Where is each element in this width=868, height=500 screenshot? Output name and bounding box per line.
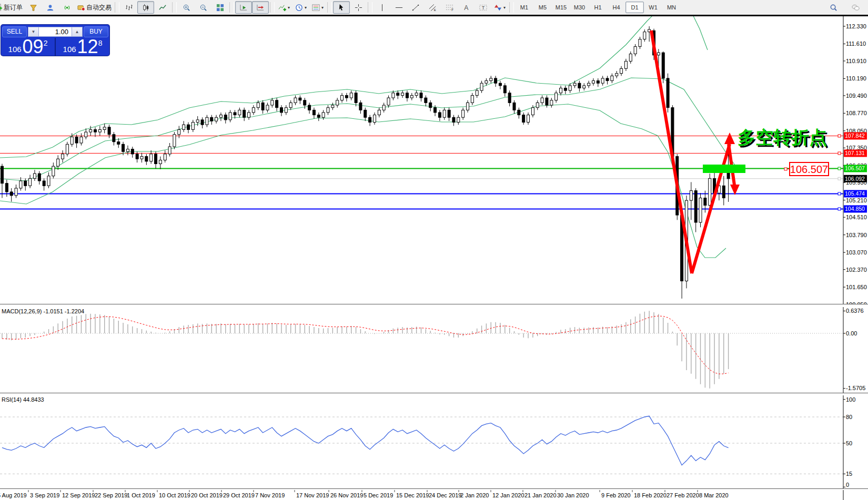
vertical-line-button[interactable] — [374, 1, 390, 14]
candle-body — [191, 123, 194, 130]
channel-button[interactable]: E — [424, 1, 441, 14]
bar-chart-button[interactable] — [120, 1, 137, 14]
timeframe-m5-button[interactable]: M5 — [533, 2, 552, 13]
macd-indicator-panel[interactable]: 0.63760.00-1.5705MACD(12,26,9) -1.0151 -… — [0, 307, 868, 393]
candle-body — [350, 93, 352, 98]
macd-histogram — [2, 311, 729, 388]
candlestick-chart-button[interactable] — [137, 1, 154, 14]
tile-windows-button[interactable] — [211, 1, 228, 14]
cn-annotation-label[interactable]: 多空转折点 — [738, 127, 827, 147]
trendline-button[interactable] — [407, 1, 424, 14]
callout-anchor[interactable] — [784, 168, 787, 170]
buy-price-sup: 8 — [98, 39, 103, 47]
candle-body — [252, 108, 255, 113]
candle-body — [382, 105, 385, 110]
candle-body — [597, 81, 599, 84]
line-handle[interactable] — [838, 167, 841, 170]
line-chart-button[interactable] — [154, 1, 171, 14]
search-button[interactable] — [825, 1, 842, 14]
rsi-line — [2, 416, 729, 465]
add-indicator-button[interactable]: ▾ — [276, 1, 292, 14]
sell-price[interactable]: 106 09 2 — [1, 38, 55, 56]
new-order-button[interactable]: 新订单 — [0, 1, 25, 14]
line-handle[interactable] — [838, 135, 841, 137]
template-button[interactable]: ▾ — [309, 1, 326, 14]
timeframe-h4-button[interactable]: H4 — [607, 2, 625, 13]
text-label-button[interactable]: T — [475, 1, 491, 14]
timeframe-m15-button[interactable]: M15 — [552, 2, 570, 13]
price-badge-text: 107.842 — [845, 132, 865, 139]
candle-body — [448, 110, 450, 117]
text-button[interactable]: A — [458, 1, 475, 14]
candle-body — [57, 159, 59, 166]
candle-body — [392, 93, 395, 98]
candle-body — [155, 154, 157, 164]
candle-body — [248, 113, 250, 117]
timeframe-mn-button[interactable]: MN — [662, 2, 681, 13]
chat-button[interactable] — [847, 1, 864, 14]
zoom-out-button[interactable] — [195, 1, 211, 14]
price-badge-text: 106.092 — [845, 176, 865, 182]
candle-body — [364, 110, 367, 117]
main-toolbar: 新订单自动交易▾▾▾EFAT▾M1M5M15M30H1H4D1W1MN — [0, 0, 868, 15]
line-handle[interactable] — [838, 208, 841, 210]
price-badge-text: 104.850 — [845, 206, 865, 212]
candle-body — [615, 74, 618, 76]
candlestick-series — [1, 26, 730, 299]
candle-body — [243, 110, 246, 117]
line-handle[interactable] — [838, 192, 841, 195]
candle-body — [271, 100, 274, 105]
price-badge-text: 105.474 — [845, 190, 865, 197]
timeframe-w1-button[interactable]: W1 — [644, 2, 662, 13]
line-handle[interactable] — [838, 152, 841, 155]
highlight-zone-rect[interactable] — [703, 165, 745, 173]
mql5-community-button[interactable] — [42, 1, 58, 14]
template-icon — [312, 4, 320, 12]
toolbar-separator — [509, 2, 514, 13]
price-axis-label: 109.490 — [846, 93, 867, 99]
candle-body — [196, 120, 199, 123]
period-button[interactable]: ▾ — [292, 1, 309, 14]
candle-body — [536, 103, 539, 107]
candle-body — [322, 113, 325, 117]
candle-body — [201, 120, 204, 125]
cursor-button[interactable] — [333, 1, 350, 14]
candle-body — [43, 181, 45, 186]
time-axis[interactable]: 5 Aug 20193 Sep 201912 Sep 201922 Sep 20… — [0, 490, 868, 500]
marketwatch-button[interactable] — [25, 1, 42, 14]
candle-body — [415, 93, 418, 96]
crosshair-button[interactable] — [350, 1, 367, 14]
volume-increase-button[interactable]: ▲ — [72, 27, 83, 37]
auto-scroll-button[interactable] — [235, 1, 252, 14]
zoom-in-button[interactable] — [178, 1, 195, 14]
candle-body — [462, 110, 465, 117]
candle-body — [387, 98, 390, 105]
signals-button[interactable] — [58, 1, 75, 14]
fibonacci-button[interactable]: F — [441, 1, 458, 14]
candle-body — [341, 95, 344, 100]
horizontal-line-button[interactable] — [390, 1, 407, 14]
candle-body — [66, 144, 68, 154]
candle-body — [178, 129, 180, 134]
volume-input[interactable]: 1.00 — [39, 27, 72, 37]
candle-body — [606, 78, 609, 81]
buy-price[interactable]: 106 12 8 — [56, 38, 109, 56]
timeframe-m30-button[interactable]: M30 — [570, 2, 589, 13]
candle-body — [1, 166, 4, 183]
autotrading-button[interactable]: 自动交易 — [75, 1, 114, 14]
timeframe-d1-button[interactable]: D1 — [625, 2, 644, 13]
arrows-button[interactable]: ▾ — [491, 1, 508, 14]
candle-body — [289, 103, 292, 107]
date-axis-label: 17 Nov 2019 — [296, 492, 329, 498]
trend-arrow-line[interactable] — [651, 30, 692, 273]
timeframe-m1-button[interactable]: M1 — [515, 2, 533, 13]
candle-body — [224, 115, 227, 120]
candle-body — [24, 181, 27, 186]
timeframe-h1-button[interactable]: H1 — [589, 2, 607, 13]
candle-body — [667, 78, 669, 108]
line-handle[interactable] — [838, 177, 841, 180]
rsi-indicator-panel[interactable]: 1008050150RSI(14) 44.8433 — [0, 395, 868, 488]
chart-shift-button[interactable] — [252, 1, 269, 14]
main-price-chart[interactable]: 112.330111.610110.910110.190109.490108.7… — [0, 16, 868, 304]
volume-decrease-button[interactable]: ▼ — [28, 27, 39, 37]
